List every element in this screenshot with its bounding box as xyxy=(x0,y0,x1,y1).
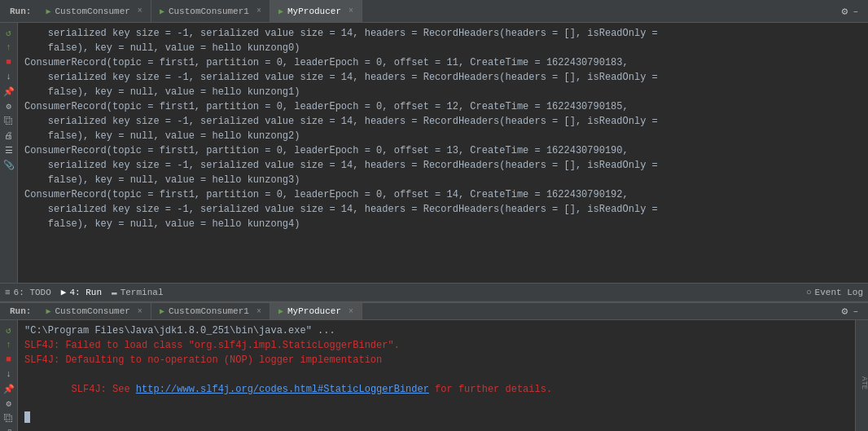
terminal-icon: ▬ xyxy=(112,288,117,297)
output-line-4: serialized key size = -1, serialized val… xyxy=(24,70,861,85)
panel2-tab-bar: Run: ▶ CustomConsumer × ▶ CustomConsumer… xyxy=(0,303,868,320)
p2-line-1: "C:\Program Files\Java\jdk1.8.0_251\bin\… xyxy=(24,323,848,338)
output-line-8: false), key = null, value = hello kunzon… xyxy=(24,129,861,143)
p2-cursor-line xyxy=(24,411,848,423)
p2-line-3: SLF4J: Defaulting to no-operation (NOP) … xyxy=(24,353,848,367)
output-area-2[interactable]: "C:\Program Files\Java\jdk1.8.0_251\bin\… xyxy=(18,320,855,431)
todo-label: 6: TODO xyxy=(14,288,51,297)
pin-btn-1[interactable]: 📌 xyxy=(2,85,15,98)
minimize-icon-2[interactable]: – xyxy=(853,306,858,316)
copy-btn-2[interactable]: ⿻ xyxy=(2,411,15,424)
event-log[interactable]: ○ Event Log xyxy=(806,288,863,297)
output-line-1: serialized key size = -1, serialized val… xyxy=(24,26,861,41)
cursor-block xyxy=(24,411,30,423)
slf4j-link[interactable]: http://www.slf4j.org/codes.html#StaticLo… xyxy=(136,384,429,395)
side-toolbar-2: ↺ ↑ ■ ↓ 📌 ⚙ ⿻ 🖨 xyxy=(0,320,18,431)
tab-icon-3: ▶ xyxy=(278,7,283,16)
gear-area-2: ⚙ – xyxy=(842,305,865,318)
filter-btn-1[interactable]: ☰ xyxy=(2,143,15,156)
tab-text-3: MyProducer xyxy=(287,7,341,16)
p2-line4-suffix: for further details. xyxy=(429,384,552,395)
tab-text-2: CustomConsumer1 xyxy=(169,7,249,16)
up-btn-1[interactable]: ↑ xyxy=(2,41,15,54)
alt-label: ATE xyxy=(860,376,868,389)
stop-btn-1[interactable]: ■ xyxy=(2,55,15,68)
panel1-bottom-bar: ≡ 6: TODO ▶ 4: Run ▬ Terminal ○ Event Lo… xyxy=(0,283,868,301)
run-label-bottom: 4: Run xyxy=(69,288,102,297)
tab-p2-icon-3: ▶ xyxy=(278,306,283,316)
tab-p2-icon-2: ▶ xyxy=(160,306,164,316)
bottom-tab-terminal[interactable]: ▬ Terminal xyxy=(112,288,163,297)
output-line-12: ConsumerRecord(topic = first1, partition… xyxy=(24,187,861,202)
down-btn-2[interactable]: ↓ xyxy=(2,367,15,380)
output-line-13: serialized key size = -1, serialized val… xyxy=(24,202,861,217)
tab-my-producer-1[interactable]: ▶ MyProducer × xyxy=(270,0,362,22)
panel2: Run: ▶ CustomConsumer × ▶ CustomConsumer… xyxy=(0,301,868,431)
output-line-6: ConsumerRecord(topic = first1, partition… xyxy=(24,99,861,114)
tab-text-1: CustomConsumer xyxy=(55,7,129,16)
output-line-11: false), key = null, value = hello kunzon… xyxy=(24,173,861,187)
event-log-icon: ○ xyxy=(806,288,812,297)
settings-icon-1[interactable]: ⚙ xyxy=(842,5,848,18)
print-btn-2[interactable]: 🖨 xyxy=(2,426,15,431)
pin-btn-2[interactable]: 📌 xyxy=(2,382,15,395)
tab-custom-consumer1-1[interactable]: ▶ CustomConsumer1 × xyxy=(151,0,270,22)
gear-area-1: ⚙ – xyxy=(842,5,865,18)
panel1: Run: ▶ CustomConsumer × ▶ CustomConsumer… xyxy=(0,0,868,301)
tab-p2-text-2: CustomConsumer1 xyxy=(169,306,249,316)
tab-p2-close-3[interactable]: × xyxy=(349,307,353,316)
output-line-9: ConsumerRecord(topic = first1, partition… xyxy=(24,143,861,158)
panel1-tab-bar: Run: ▶ CustomConsumer × ▶ CustomConsumer… xyxy=(0,0,868,23)
down-btn-1[interactable]: ↓ xyxy=(2,70,15,83)
output-line-7: serialized key size = -1, serialized val… xyxy=(24,114,861,129)
tab-custom-consumer-1[interactable]: ▶ CustomConsumer × xyxy=(37,0,151,22)
p2-line4-prefix: SLF4J: See xyxy=(72,384,136,395)
output-line-2: false), key = null, value = hello kunzon… xyxy=(24,41,861,55)
minimize-icon-1[interactable]: – xyxy=(853,7,858,16)
settings2-btn-2[interactable]: ⚙ xyxy=(2,397,15,410)
settings-icon-2[interactable]: ⚙ xyxy=(842,305,848,318)
tab-p2-cc[interactable]: ▶ CustomConsumer × xyxy=(37,303,151,319)
restart-btn-2[interactable]: ↺ xyxy=(2,323,15,336)
tab-p2-text-3: MyProducer xyxy=(287,306,341,316)
panel1-body: ↺ ↑ ■ ↓ 📌 ⚙ ⿻ 🖨 ☰ 📎 serialized key size … xyxy=(0,23,868,283)
bottom-tab-run[interactable]: ▶ 4: Run xyxy=(61,287,102,297)
output-area-1[interactable]: serialized key size = -1, serialized val… xyxy=(18,23,868,283)
tab-close-1[interactable]: × xyxy=(138,7,142,15)
restart-btn-1[interactable]: ↺ xyxy=(2,26,15,39)
output-line-14: false), key = null, value = hello kunzon… xyxy=(24,217,861,231)
tab-p2-icon-1: ▶ xyxy=(46,306,50,316)
print-btn-1[interactable]: 🖨 xyxy=(2,129,15,142)
tab-p2-mp[interactable]: ▶ MyProducer × xyxy=(270,303,362,319)
tab-p2-close-1[interactable]: × xyxy=(138,307,142,316)
tab-close-3[interactable]: × xyxy=(349,7,353,15)
up-btn-2[interactable]: ↑ xyxy=(2,338,15,351)
tab-icon-1: ▶ xyxy=(46,7,50,16)
output-line-3: ConsumerRecord(topic = first1, partition… xyxy=(24,55,861,70)
run-label-1: Run: xyxy=(3,7,37,16)
bottom-tab-todo[interactable]: ≡ 6: TODO xyxy=(5,288,51,297)
right-side-label: ATE xyxy=(855,320,868,431)
run-icon: ▶ xyxy=(61,287,67,297)
event-log-label: Event Log xyxy=(815,288,863,297)
tab-close-2[interactable]: × xyxy=(256,7,261,15)
terminal-label: Terminal xyxy=(121,288,164,297)
settings2-btn-1[interactable]: ⚙ xyxy=(2,99,15,112)
tab-p2-close-2[interactable]: × xyxy=(256,307,261,316)
pin2-btn-1[interactable]: 📎 xyxy=(2,158,15,171)
tab-p2-cc1[interactable]: ▶ CustomConsumer1 × xyxy=(151,303,270,319)
side-toolbar-1: ↺ ↑ ■ ↓ 📌 ⚙ ⿻ 🖨 ☰ 📎 xyxy=(0,23,18,283)
p2-line-2: SLF4J: Failed to load class "org.slf4j.i… xyxy=(24,338,848,353)
tab-icon-2: ▶ xyxy=(160,7,164,16)
output-line-10: serialized key size = -1, serialized val… xyxy=(24,158,861,173)
todo-icon: ≡ xyxy=(5,288,11,297)
panel2-body: ↺ ↑ ■ ↓ 📌 ⚙ ⿻ 🖨 "C:\Program Files\Java\j… xyxy=(0,320,868,431)
copy-btn-1[interactable]: ⿻ xyxy=(2,114,15,127)
output-line-5: false), key = null, value = hello kunzon… xyxy=(24,85,861,99)
run-label-2: Run: xyxy=(3,306,37,316)
p2-line-4: SLF4J: See http://www.slf4j.org/codes.ht… xyxy=(24,367,848,411)
tab-p2-text-1: CustomConsumer xyxy=(55,306,129,316)
stop-btn-2[interactable]: ■ xyxy=(2,353,15,366)
